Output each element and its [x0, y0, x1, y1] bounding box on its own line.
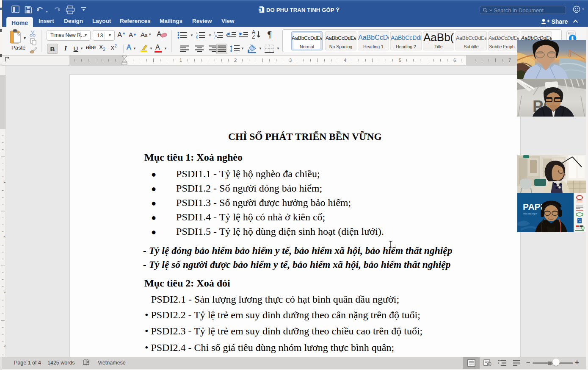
svg-text:www.papi.org.vn: www.papi.org.vn [523, 213, 538, 215]
svg-text:5: 5 [399, 58, 401, 63]
svg-text:3: 3 [196, 37, 198, 39]
svg-text:1: 1 [179, 58, 182, 63]
svg-text:1: 1 [196, 31, 198, 34]
svg-text:PAPI: PAPI [523, 202, 543, 211]
svg-text:4: 4 [3, 345, 6, 348]
svg-text:1: 1 [3, 181, 6, 184]
svg-text:2: 2 [234, 58, 237, 63]
svg-text:2: 2 [3, 236, 6, 238]
svg-text:3: 3 [289, 58, 292, 63]
svg-text:3: 3 [3, 290, 6, 293]
svg-text:4: 4 [344, 58, 346, 63]
svg-text:i: i [214, 37, 215, 39]
svg-text:6: 6 [453, 58, 456, 63]
svg-text:a: a [215, 34, 217, 37]
svg-text:7: 7 [508, 58, 511, 63]
